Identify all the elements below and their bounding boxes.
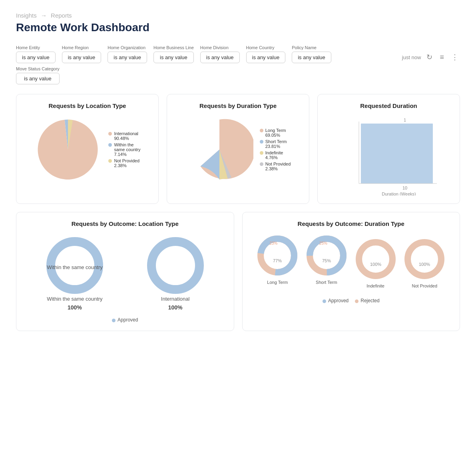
legend-not-provided-loc: Not Provided2.38% [108,158,140,168]
legend-dot-np-dur [260,162,263,166]
outcome-location-legend: Approved [24,317,226,323]
donut-st-rejected-pct: 25% [319,241,327,245]
chart-outcome-location-title: Requests by Outcome: Location Type [24,220,226,227]
legend-short-term: Short Term23.81% [260,139,291,149]
donut-np-label: Not Provided [412,283,437,288]
legend-label-indef: Indefinite4.76% [265,150,283,160]
chart-duration-type: Requests by Duration Type Long Term69.05… [167,94,309,204]
filter-home-country-btn[interactable]: is any value [246,52,286,63]
location-type-legend: International90.48% Within thesame count… [108,131,140,168]
chart-location-type-content: International90.48% Within thesame count… [24,116,150,184]
legend-dot-within [108,143,112,147]
filter-home-region: Home Region is any value [62,45,102,63]
top-charts-row: Requests by Location Type International9… [16,94,460,204]
filters-row1: Home Entity is any value Home Region is … [16,45,460,63]
donut-indef-label: Indefinite [366,283,384,288]
svg-text:Duration (Weeks): Duration (Weeks) [382,192,416,196]
donut-international: International 100% [143,233,207,311]
filter-home-org-label: Home Organization [108,45,147,50]
legend-approved-loc: Approved [112,317,138,323]
donut-not-provided: 100% Not Provided [402,237,446,288]
outcome-duration-legend: Approved Rejected [251,298,452,303]
donut-lt-rejected-pct: 23% [269,241,277,245]
donut-lt-label: Long Term [267,280,288,285]
svg-point-16 [359,242,392,276]
filter-home-biz: Home Business Line is any value [153,45,194,63]
filter-policy-name-btn[interactable]: is any value [292,52,331,63]
filter-home-entity: Home Entity is any value [16,45,56,63]
filter-move-status-label: Move Status Category [16,66,60,71]
more-options-button[interactable]: ⋮ [450,51,460,63]
legend-not-provided-dur: Not Provided2.38% [260,162,291,171]
legend-label-np-loc: Not Provided2.38% [114,158,139,168]
filter-move-status-btn[interactable]: is any value [16,73,60,84]
bar-chart-svg: 1 10 Duration (Weeks) [337,116,441,196]
legend-international: International90.48% [108,131,140,141]
filter-icon-button[interactable]: ≡ [438,52,446,63]
outcome-location-donuts: Within the same country Within the same … [24,233,226,311]
donut-intl-svg [143,233,207,297]
chart-location-type: Requests by Location Type International9… [16,94,159,204]
filter-home-division: Home Division is any value [200,45,240,63]
svg-text:Within the same country: Within the same country [47,264,103,270]
donut-within-country: Within the same country Within the same … [43,233,107,311]
filter-home-biz-btn[interactable]: is any value [153,52,194,63]
breadcrumb: Insights → Reports [16,12,460,19]
donut-np-svg: 100% [402,237,446,281]
bar-chart-area: 1 10 Duration (Weeks) [326,116,452,196]
filter-home-division-btn[interactable]: is any value [200,52,240,63]
filter-home-country: Home Country is any value [246,45,286,63]
svg-text:100%: 100% [370,262,381,267]
legend-label-lt: Long Term69.05% [265,128,286,138]
filter-home-country-label: Home Country [246,45,286,50]
svg-rect-2 [361,124,433,184]
chart-outcome-location: Requests by Outcome: Location Type Withi… [16,212,234,331]
donut-within-svg: Within the same country [43,233,107,297]
legend-long-term: Long Term69.05% [260,128,291,138]
filter-home-entity-btn[interactable]: is any value [16,52,56,63]
page-title: Remote Work Dashboard [16,21,460,34]
donut-intl-label: International [161,296,190,302]
chart-duration-type-content: Long Term69.05% Short Term23.81% Indefin… [175,116,301,184]
legend-dot-approved-dur [323,299,326,303]
svg-text:75%: 75% [322,258,331,263]
donut-st-svg: 75% [305,233,349,277]
chart-outcome-duration: Requests by Outcome: Duration Type 77% L… [242,212,460,331]
legend-indefinite: Indefinite4.76% [260,150,291,160]
duration-type-legend: Long Term69.05% Short Term23.81% Indefin… [260,128,291,171]
breadcrumb-insights: Insights [16,12,37,19]
filter-home-org-btn[interactable]: is any value [108,52,147,63]
donut-intl-pct: 100% [168,304,183,311]
breadcrumb-arrow: → [41,12,47,19]
filters-row2: Move Status Category is any value [16,66,460,84]
legend-label-within: Within thesame country7.14% [114,142,140,157]
refresh-button[interactable]: ↻ [425,51,434,63]
legend-dot-np-loc [108,159,112,163]
legend-dot-approved-loc [112,319,116,322]
legend-dot-lt [260,129,263,132]
legend-label-st: Short Term23.81% [265,139,287,149]
legend-label-np-dur: Not Provided2.38% [265,162,291,171]
legend-rejected-dur: Rejected [355,298,379,303]
legend-dot-rejected-dur [355,299,358,303]
filter-home-region-btn[interactable]: is any value [62,52,102,63]
legend-within-country: Within thesame country7.14% [108,142,140,157]
chart-outcome-duration-title: Requests by Outcome: Duration Type [251,220,452,227]
legend-rejected-dur-label: Rejected [360,298,379,303]
breadcrumb-reports: Reports [51,12,72,19]
legend-dot-international [108,132,112,136]
donut-indef-svg: 100% [354,237,398,281]
svg-point-9 [151,241,199,289]
chart-requested-duration-title: Requested Duration [326,102,452,109]
filter-move-status: Move Status Category is any value [16,66,60,84]
donut-st-label: Short Term [316,280,337,285]
svg-text:100%: 100% [419,262,430,267]
donut-within-label: Within the same country [47,296,102,302]
svg-text:1: 1 [404,118,406,122]
filter-home-division-label: Home Division [200,45,240,50]
donut-lt-svg: 77% [255,233,299,277]
legend-dot-indef [260,151,263,155]
chart-duration-type-title: Requests by Duration Type [175,102,301,109]
legend-approved-dur: Approved [323,298,349,303]
filter-timestamp: just now [402,54,421,60]
